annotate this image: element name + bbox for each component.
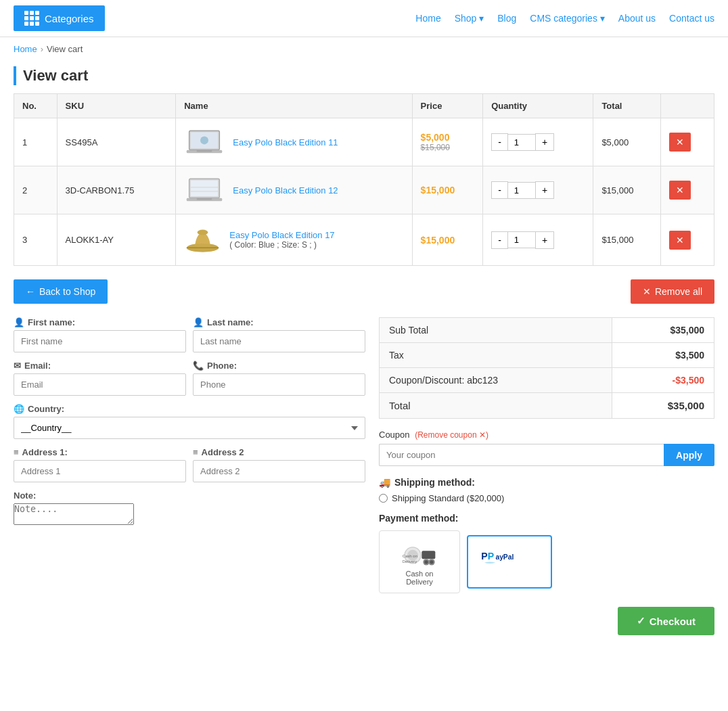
row3-price-current: $15,000 [421, 235, 475, 246]
row3-qty-input[interactable] [508, 231, 535, 248]
shipping-radio[interactable] [379, 494, 388, 503]
nav-contact[interactable]: Contact us [669, 13, 714, 24]
breadcrumb-home[interactable]: Home [14, 44, 37, 54]
product-image-3 [184, 221, 221, 258]
row1-product-link[interactable]: Easy Polo Black Edition 11 [233, 137, 338, 147]
categories-button[interactable]: Categories [14, 5, 105, 31]
payment-title: Payment method: [379, 513, 714, 524]
payment-section: Payment method: [379, 513, 714, 593]
first-name-input[interactable] [14, 330, 186, 352]
phone-icon: 📞 [193, 361, 204, 371]
shipping-option[interactable]: Shipping Standard ($20,000) [379, 493, 714, 503]
col-sku: SKU [57, 94, 176, 118]
phone-input[interactable] [193, 373, 365, 396]
row3-product-sub: ( Color: Blue ; Size: S ; ) [229, 240, 334, 250]
main-content: No. SKU Name Price Quantity Total 1 SS49… [0, 93, 728, 662]
note-textarea[interactable] [14, 503, 134, 525]
svg-rect-8 [197, 198, 212, 200]
row3-qty-decrease[interactable]: - [491, 231, 508, 249]
row1-remove-button[interactable]: ✕ [669, 133, 691, 152]
page-title: View cart [23, 67, 88, 85]
remove-all-button[interactable]: ✕ Remove all [631, 279, 714, 304]
nav-blog[interactable]: Blog [497, 13, 516, 24]
svg-rect-3 [197, 150, 212, 152]
svg-text:ayPal: ayPal [495, 553, 514, 561]
row2-qty-increase[interactable]: + [535, 181, 554, 199]
tax-row: Tax $3,500 [380, 343, 714, 368]
cart-bottom: 👤 First name: 👤 Last name: ✉ [14, 317, 714, 635]
product-image-2 [184, 173, 225, 207]
row2-price: $15,000 [412, 166, 483, 214]
address1-label: ≡ Address 1: [14, 447, 186, 457]
address1-input[interactable] [14, 460, 186, 482]
phone-label: 📞 Phone: [193, 361, 365, 371]
email-input[interactable] [14, 373, 186, 396]
total-label: Total [380, 393, 612, 419]
nav-home[interactable]: Home [415, 13, 440, 24]
row2-remove-button[interactable]: ✕ [669, 181, 691, 200]
nav-about[interactable]: About us [618, 13, 656, 24]
row3-no: 3 [14, 214, 58, 266]
subtotal-row: Sub Total $35,000 [380, 318, 714, 343]
remove-coupon-link[interactable]: (Remove coupon ✕) [415, 430, 488, 440]
coupon-section: Coupon (Remove coupon ✕) Apply [379, 430, 714, 466]
total-value: $35,000 [612, 393, 714, 419]
subtotal-label: Sub Total [380, 318, 612, 343]
country-group: 🌐 Country: __Country__ [14, 404, 365, 439]
main-nav: Home Shop ▾ Blog CMS categories ▾ About … [415, 13, 714, 24]
row1-price-current: $5,000 [421, 132, 475, 143]
coupon-title: Coupon [379, 430, 410, 440]
arrow-left-icon: ← [26, 286, 35, 297]
row3-remove-button[interactable]: ✕ [669, 231, 691, 250]
svg-text:Delivery: Delivery [403, 559, 417, 564]
row1-name: Easy Polo Black Edition 11 [176, 118, 412, 166]
row3-qty-increase[interactable]: + [535, 231, 554, 249]
subtotal-value: $35,000 [612, 318, 714, 343]
first-name-group: 👤 First name: [14, 317, 186, 352]
row3-product-link[interactable]: Easy Polo Black Edition 17 [229, 230, 334, 240]
address2-label: ≡ Address 2 [193, 447, 365, 457]
country-select[interactable]: __Country__ [14, 417, 365, 439]
envelope-icon: ✉ [14, 361, 21, 371]
row2-name: Easy Polo Black Edition 12 [176, 166, 412, 214]
row1-price: $5,000 $15,000 [412, 118, 483, 166]
row1-total: $5,000 [593, 118, 661, 166]
row1-qty: - + [483, 118, 593, 166]
paypal-payment-option[interactable]: P P ayPal [467, 535, 552, 589]
svg-text:P: P [488, 551, 494, 561]
chevron-down-icon: ▾ [600, 13, 605, 24]
last-name-input[interactable] [193, 330, 365, 352]
summary-table: Sub Total $35,000 Tax $3,500 Coupon/Disc… [379, 317, 714, 419]
nav-shop[interactable]: Shop ▾ [455, 13, 484, 24]
back-to-shop-button[interactable]: ← Back to Shop [14, 279, 108, 304]
paypal-logo: P P ayPal [479, 543, 540, 580]
coupon-value: -$3,500 [612, 368, 714, 393]
row2-qty-decrease[interactable]: - [491, 181, 508, 199]
row1-qty-input[interactable] [508, 134, 535, 151]
person-icon: 👤 [14, 317, 24, 327]
nav-cms[interactable]: CMS categories ▾ [530, 13, 604, 24]
email-label: ✉ Email: [14, 361, 186, 371]
row2-product-link[interactable]: Easy Polo Black Edition 12 [233, 185, 338, 196]
row2-no: 2 [14, 166, 58, 214]
svg-rect-6 [191, 180, 219, 196]
row3-price: $15,000 [412, 214, 483, 266]
checkout-button[interactable]: ✓ Checkout [618, 607, 714, 635]
product-image-1 [184, 125, 225, 159]
note-group: Note: [14, 490, 365, 527]
phone-group: 📞 Phone: [193, 361, 365, 396]
coupon-input-row: Apply [379, 444, 714, 466]
apply-coupon-button[interactable]: Apply [664, 444, 714, 466]
row1-qty-increase[interactable]: + [535, 133, 554, 151]
cart-table: No. SKU Name Price Quantity Total 1 SS49… [14, 93, 714, 266]
tax-label: Tax [380, 343, 612, 368]
cod-icon: Cash on Delivery Cash on Delivery [399, 538, 440, 586]
cod-payment-option[interactable]: Cash on Delivery Cash on Delivery [379, 530, 460, 593]
last-name-label: 👤 Last name: [193, 317, 365, 327]
list-icon: ≡ [14, 447, 19, 457]
coupon-input[interactable] [379, 444, 664, 466]
row1-qty-decrease[interactable]: - [491, 133, 508, 151]
address2-input[interactable] [193, 460, 365, 482]
row2-qty-input[interactable] [508, 182, 535, 199]
chevron-down-icon: ▾ [479, 13, 484, 24]
